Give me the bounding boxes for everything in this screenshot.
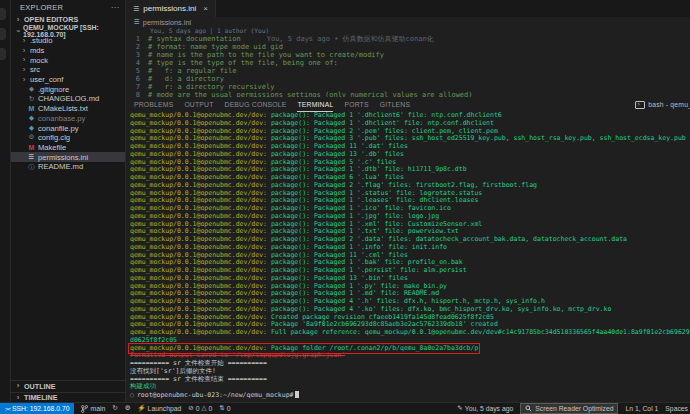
pencil-icon: ✎ [457,405,462,412]
breadcrumb-item[interactable]: permissions.ini [143,18,191,27]
tree-file-config.clg[interactable]: ⚙config.clg [11,133,125,143]
tree-file-Makefile[interactable]: MMakefile [11,143,125,153]
close-icon[interactable]: × [203,4,208,13]
warning-icon: △ [201,405,206,412]
warning-count: 0 [208,405,212,412]
code-line: 1# syntax documentationYou, 5 days ago •… [126,35,690,43]
tree-item-label: conanfile.py [38,124,79,133]
explorer-sidebar: EXPLORER ⋯ › OPEN EDITORS › QEMU_MOCKUP … [11,0,126,403]
timeline-label: TIMELINE [24,393,58,402]
chevron-right-icon: › [21,56,27,64]
tree-file-CMakeLists.txt[interactable]: MCMakeLists.txt [11,104,125,114]
tree-folder-mock[interactable]: ›mock [11,55,125,65]
outline-label: OUTLINE [24,382,56,391]
code-text: # r: a directory recursively [148,83,274,91]
settings-gear-icon[interactable]: ⚙ [125,405,131,412]
tree-file-conanbase.py[interactable]: ◆conanbase.py [11,114,125,124]
tree-file-conanfile.py[interactable]: ◆conanfile.py [11,123,125,133]
activity-bar-icon[interactable] [0,28,6,40]
cursor-position[interactable]: Ln 1, Col 1 [625,405,658,412]
tree-file-permissions.ini[interactable]: ☰permissions.ini [11,152,125,162]
tree-item-label: mock [30,56,48,65]
file-type-icon: ⚙ [28,134,35,141]
ports-indicator[interactable]: ⇅ 0 [219,405,230,412]
tab-permissions-ini[interactable]: ☰ permissions.ini × [126,0,216,17]
code-text: # syntax documentation [148,35,241,43]
code-editor[interactable]: You, 5 days ago | 1 author (You) 1# synt… [126,27,690,97]
terminal-line: ========== sr 文件检查结束 ========== [130,376,690,384]
file-type-icon: ◆ [28,115,35,122]
bolt-icon: ⚡ [137,405,145,412]
screen-reader-indicator[interactable]: Screen Reader Optimized [520,403,618,414]
more-actions-icon[interactable]: ⋯ [111,4,119,12]
terminal-line: qemu_mockup/0.0.1@openubmc.dev/dev: Full… [130,329,690,337]
panel-tab-gitlens[interactable]: GITLENS [380,97,410,112]
line-number: 5 [126,67,148,75]
terminal-text: 构建成功 [130,382,156,390]
tree-folder-src[interactable]: ›src [11,65,125,75]
outline-section[interactable]: › OUTLINE [11,380,125,392]
file-type-icon: ◆ [28,125,35,132]
bash-icon: > [635,101,645,109]
sync-icon[interactable]: ↻ [112,405,117,412]
branch-indicator[interactable]: main [81,405,105,413]
panel-tab-debug-console[interactable]: DEBUG CONSOLE [225,97,287,112]
panel-tab-problems[interactable]: PROBLEMS [134,97,173,112]
activity-bar-icon[interactable] [0,48,6,60]
ini-file-icon: ☰ [133,5,139,13]
bottom-panel: PROBLEMSOUTPUTDEBUG CONSOLETERMINALPORTS… [126,97,690,403]
code-line: 3# name is the path to the file you want… [126,51,690,59]
chevron-right-icon: › [21,66,27,74]
tree-folder-mds[interactable]: ›mds [11,46,125,56]
code-text: # f: a regular file [148,67,237,75]
tree-item-label: .gitignore [38,85,69,94]
command-decoration-icon: ○ [130,391,134,399]
file-type-icon: ⓘ [28,164,35,171]
chevron-right-icon: › [15,382,21,390]
tree-file-README.md[interactable]: ⓘREADME.md [11,162,125,172]
tree-item-label: config.clg [38,133,70,142]
blame-indicator[interactable]: ✎ You, 5 days ago [457,405,513,412]
activity-bar[interactable] [0,0,11,403]
code-line: 6# d: a directory [126,75,690,83]
tab-label: permissions.ini [143,4,196,13]
chevron-right-icon: › [21,76,27,84]
workspace-root[interactable]: › QEMU_MOCKUP [SSH: 192.168.0.70] [11,25,125,36]
error-count: 0 [196,405,200,412]
indentation-indicator[interactable]: Spaces [665,405,688,412]
line-number: 3 [126,51,148,59]
codelens-authors[interactable]: You, 5 days ago | 1 author (You) [126,27,690,35]
panel-tab-ports[interactable]: PORTS [344,97,368,112]
tree-item-label: CMakeLists.txt [38,104,88,113]
code-line: 7# r: a directory recursively [126,83,690,91]
tree-folder-user_conf[interactable]: ›user_conf [11,75,125,85]
tree-file-CHANGELOG.md[interactable]: ↻CHANGELOG.md [11,94,125,104]
tree-item-label: mds [30,46,44,55]
tree-item-label: README.md [38,162,83,171]
file-type-icon: ↻ [28,96,35,103]
vscode-window: EXPLORER ⋯ › OPEN EDITORS › QEMU_MOCKUP … [0,0,690,403]
launchpad-item[interactable]: ⚡ Launchpad [137,405,181,412]
terminal-session-label: bash - qemu_mo [648,101,690,108]
code-line: 2# format: name type mode uid gid [126,43,690,51]
file-type-icon: M [28,105,35,112]
terminal-session-item[interactable]: > bash - qemu_mo [635,97,690,112]
line-number: 2 [126,43,148,51]
chevron-right-icon: › [21,37,27,45]
terminal-prompt[interactable]: ○root@openubmc-ubu-023:~/new/qemu_mockup… [130,391,690,399]
tree-item-label: conanbase.py [38,114,85,123]
problems-indicator[interactable]: ⊘ 0 △ 0 [188,405,212,412]
panel-tab-terminal[interactable]: TERMINAL [297,97,333,112]
chevron-right-icon: › [15,16,21,24]
panel-tab-output[interactable]: OUTPUT [184,97,213,112]
terminal-output[interactable]: qemu_mockup/0.0.1@openubmc.dev/dev: pack… [126,112,690,403]
ports-icon: ⇅ [219,405,224,412]
activity-bar-icon[interactable] [0,8,6,20]
ini-file-icon: ☰ [134,18,140,26]
code-text: # name is the path to the file you want … [148,51,384,59]
explorer-file-tree: ›.studio›mds›mock›src›user_conf◆.gitigno… [11,36,125,172]
status-bar: >< SSH: 192.168.0.70 main ↻ ⚙ ⚡ Launchpa… [0,402,690,414]
remote-indicator[interactable]: >< SSH: 192.168.0.70 [0,403,74,414]
breadcrumb[interactable]: ☰ permissions.ini [126,17,690,27]
tree-file-.gitignore[interactable]: ◆.gitignore [11,84,125,94]
